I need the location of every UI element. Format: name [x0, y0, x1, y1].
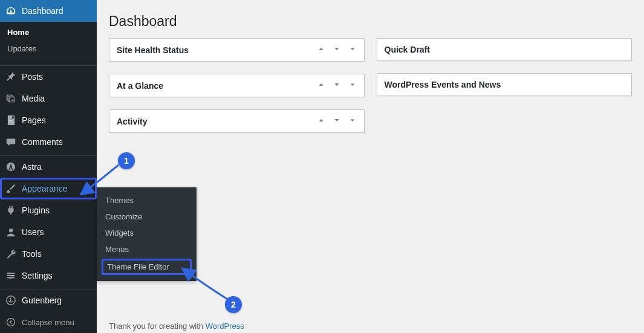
- sidebar-item-pages-label: Pages: [22, 115, 46, 125]
- sidebar-item-gutenberg[interactable]: Gutenberg: [0, 289, 97, 311]
- sidebar-subitem-home[interactable]: Home: [0, 24, 97, 40]
- sidebar-item-plugins-label: Plugins: [22, 205, 50, 215]
- wrench-icon: [5, 248, 17, 260]
- sidebar-item-settings-label: Settings: [22, 271, 53, 280]
- sidebar-item-appearance-label: Appearance: [22, 184, 68, 193]
- toggle-icon[interactable]: [348, 116, 357, 126]
- brush-icon: [5, 183, 17, 195]
- toggle-icon[interactable]: [348, 45, 357, 55]
- sliders-icon: [5, 270, 17, 282]
- sidebar-subitem-updates[interactable]: Updates: [0, 40, 97, 57]
- postbox-activity: Activity: [109, 109, 365, 133]
- postbox-events: WordPress Events and News: [377, 73, 633, 96]
- svg-point-5: [10, 277, 11, 279]
- flyout-item-customize[interactable]: Customize: [97, 209, 197, 225]
- sidebar-item-posts[interactable]: Posts: [0, 66, 97, 88]
- sidebar-item-dashboard[interactable]: Dashboard: [0, 0, 97, 22]
- footer-thanks: Thank you for creating with WordPress: [109, 322, 244, 331]
- sidebar-item-tools-label: Tools: [22, 249, 42, 259]
- collapse-icon: [5, 316, 17, 328]
- sidebar-item-media-label: Media: [22, 94, 45, 103]
- sidebar-item-users[interactable]: Users: [0, 221, 97, 243]
- postbox-quick-draft: Quick Draft: [377, 38, 633, 61]
- postbox-site-health: Site Health Status: [109, 38, 365, 62]
- postbox-title: Quick Draft: [385, 45, 430, 54]
- page-icon: [5, 114, 17, 126]
- plugin-icon: [5, 204, 17, 216]
- sidebar-dashboard-submenu: Home Updates: [0, 22, 97, 63]
- dashboard-col-right: Quick Draft WordPress Events and News: [377, 38, 633, 133]
- svg-point-3: [8, 273, 10, 274]
- sidebar-item-settings[interactable]: Settings: [0, 265, 97, 286]
- collapse-menu-label: Collapse menu: [22, 318, 74, 327]
- flyout-item-theme-file-editor[interactable]: Theme File Editor: [102, 259, 192, 275]
- sidebar-item-plugins[interactable]: Plugins: [0, 199, 97, 221]
- move-up-icon[interactable]: [317, 45, 325, 55]
- svg-point-4: [11, 274, 13, 276]
- wordpress-link[interactable]: WordPress: [206, 322, 244, 331]
- annotation-badge-1: 1: [118, 152, 135, 169]
- annotation-badge-2: 2: [225, 296, 242, 313]
- dashboard-col-left: Site Health Status At a Glance: [109, 38, 365, 133]
- sidebar-item-media[interactable]: Media: [0, 88, 97, 109]
- move-down-icon[interactable]: [333, 116, 341, 126]
- flyout-item-menus[interactable]: Menus: [97, 241, 197, 257]
- move-up-icon[interactable]: [317, 80, 325, 91]
- collapse-menu-button[interactable]: Collapse menu: [0, 311, 97, 333]
- sidebar-item-astra-label: Astra: [22, 162, 42, 172]
- svg-point-7: [7, 318, 15, 326]
- gutenberg-icon: [5, 294, 17, 306]
- postbox-title: Activity: [117, 117, 148, 126]
- pin-icon: [5, 71, 17, 83]
- flyout-item-widgets[interactable]: Widgets: [97, 225, 197, 241]
- sidebar-item-pages[interactable]: Pages: [0, 109, 97, 131]
- postbox-title: Site Health Status: [117, 45, 189, 55]
- sidebar-item-tools[interactable]: Tools: [0, 243, 97, 265]
- sidebar-item-posts-label: Posts: [22, 72, 43, 82]
- page-title: Dashboard: [109, 6, 632, 38]
- postbox-title: At a Glance: [117, 81, 163, 91]
- dashboard-widgets: Site Health Status At a Glance: [109, 38, 632, 133]
- move-down-icon[interactable]: [333, 80, 341, 91]
- postbox-title: WordPress Events and News: [385, 80, 501, 89]
- sidebar-item-dashboard-label: Dashboard: [22, 6, 63, 16]
- sidebar-item-users-label: Users: [22, 227, 44, 237]
- sidebar-item-comments-label: Comments: [22, 137, 63, 147]
- user-icon: [5, 226, 17, 238]
- footer-thanks-text: Thank you for creating with: [109, 322, 206, 331]
- annotation-arrow-1: [76, 162, 125, 198]
- svg-point-2: [9, 228, 13, 232]
- media-icon: [5, 92, 17, 105]
- toggle-icon[interactable]: [348, 80, 357, 91]
- sidebar-item-gutenberg-label: Gutenberg: [22, 296, 62, 305]
- astra-icon: [5, 161, 17, 173]
- appearance-flyout: Themes Customize Widgets Menus Theme Fil…: [97, 187, 197, 281]
- move-up-icon[interactable]: [317, 116, 325, 126]
- move-down-icon[interactable]: [333, 45, 341, 55]
- annotation-arrow-2: [179, 268, 233, 304]
- dashboard-icon: [5, 5, 17, 17]
- sidebar-item-comments[interactable]: Comments: [0, 131, 97, 153]
- postbox-at-a-glance: At a Glance: [109, 74, 365, 97]
- comment-icon: [5, 136, 17, 148]
